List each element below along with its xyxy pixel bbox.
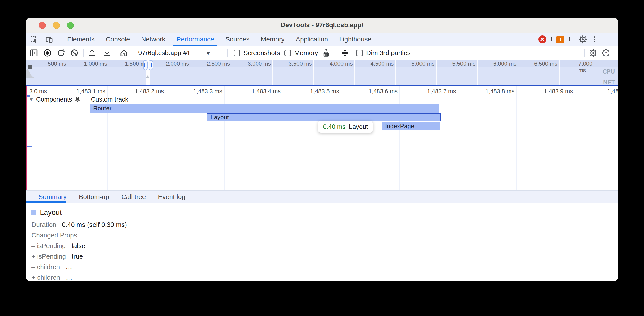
upload-profile-icon[interactable] [87, 48, 97, 58]
collapse-triangle-icon[interactable]: ▼ [29, 97, 34, 103]
summary-pane: Layout Duration0.40 ms (self 0.30 ms)Cha… [26, 203, 618, 281]
history-select[interactable]: 97r6ql.csb.app #1 ▼ [138, 49, 211, 57]
summary-row-value: false [71, 242, 85, 250]
ruler-tick-label: 1,483.6 ms [368, 88, 398, 95]
selection-right-handle[interactable] [148, 60, 153, 70]
overview-gridline [600, 60, 600, 85]
error-count: 1 [550, 36, 553, 43]
memory-label: Memory [294, 49, 318, 57]
home-icon[interactable] [119, 48, 128, 58]
badges-divider [574, 35, 575, 43]
tab-elements[interactable]: Elements [62, 33, 100, 46]
ruler-gridline [341, 86, 342, 190]
overview-tick-label: 2,500 ms [207, 60, 230, 67]
device-toolbar-icon[interactable] [44, 35, 54, 44]
track-mini-bar [28, 146, 32, 147]
net-lane-label: NET [603, 79, 615, 86]
ruler-tick-label: 1,483.3 ms [193, 88, 222, 95]
main-tabs: ElementsConsoleNetworkPerformanceSources… [62, 33, 377, 46]
summary-row-label: – children [32, 263, 60, 271]
toolbar-divider [336, 49, 336, 57]
ruler-tick-label: 1,483.9 ms [544, 88, 573, 95]
details-tabs: SummaryBottom-upCall treeEvent log [26, 191, 618, 203]
flame-tooltip: 0.40 ms Layout [318, 121, 373, 133]
dim-3rd-parties-label: Dim 3rd parties [366, 49, 411, 57]
ruler-gridline [575, 86, 575, 190]
custom-track-header[interactable]: ▼ Components — Custom track [29, 96, 128, 103]
overview-gridline [436, 60, 437, 85]
overview-tick-label: 6,000 ms [493, 60, 516, 67]
overview-tick-label: 4,500 ms [370, 60, 394, 67]
more-options-kebab-icon[interactable] [590, 35, 598, 43]
toolbar-divider [134, 49, 134, 57]
help-icon[interactable]: ? [601, 48, 611, 58]
titlebar: DevTools - 97r6ql.csb.app/ [26, 17, 618, 33]
summary-row-value: … [66, 263, 72, 271]
settings-gear-icon[interactable] [578, 35, 587, 44]
tooltip-duration: 0.40 ms [323, 123, 346, 131]
selection-left-handle[interactable] [143, 60, 148, 70]
devtools-tabbar: ElementsConsoleNetworkPerformanceSources… [26, 33, 618, 46]
reload-record-icon[interactable] [56, 48, 66, 58]
summary-row-value: 0.40 ms (self 0.30 ms) [62, 221, 127, 229]
overview-tick-label: 5,000 ms [412, 60, 435, 67]
inspect-element-icon[interactable] [30, 35, 38, 44]
flame-bar-layout[interactable]: Layout [207, 113, 440, 121]
compress-arrows-icon[interactable] [340, 48, 350, 58]
overview-gridline [109, 60, 109, 85]
tab-memory[interactable]: Memory [255, 33, 290, 46]
flame-bar-router[interactable]: Router [90, 104, 439, 112]
toggle-panel-icon[interactable] [29, 48, 38, 58]
summary-row-label: + children [32, 274, 60, 281]
overview-gridline [190, 60, 191, 85]
details-tabbar: SummaryBottom-upCall treeEvent log [26, 190, 618, 203]
overview-tick-label: 3,000 ms [248, 60, 271, 67]
collect-garbage-icon[interactable] [321, 48, 330, 58]
overview-tick-label: 500 ms [48, 60, 66, 67]
summary-row: + children… [32, 274, 72, 281]
ruler-gridline [282, 86, 283, 190]
tab-event-log[interactable]: Event log [152, 191, 192, 203]
tab-performance[interactable]: Performance [171, 33, 220, 46]
overview-gridline [395, 60, 396, 85]
overview-tick-label: 6,500 ms [534, 60, 558, 67]
download-profile-icon[interactable] [102, 48, 112, 58]
navigation-marker-line [26, 86, 27, 190]
tab-application[interactable]: Application [290, 33, 334, 46]
ruler-gridline [166, 86, 166, 190]
tab-call-tree[interactable]: Call tree [115, 191, 152, 203]
overview-gridline [559, 60, 560, 85]
overview-gridline [354, 60, 355, 85]
dim-3rd-parties-checkbox[interactable] [356, 50, 363, 56]
tabbar-divider [59, 36, 59, 44]
chevron-down-icon: ▼ [205, 49, 211, 57]
toolbar-divider [83, 49, 84, 57]
overview-gridline [232, 60, 232, 85]
tab-bottom-up[interactable]: Bottom-up [73, 191, 115, 203]
summary-row-label: Changed Props [32, 232, 77, 239]
clear-icon[interactable] [70, 48, 79, 58]
overview-gridline [477, 60, 478, 85]
record-icon[interactable] [43, 48, 52, 58]
status-badges: ✕ 1 ! 1 [538, 33, 598, 46]
ruler-tick-label: 1,483.1 ms [76, 88, 106, 95]
timeline-overview[interactable]: 500 ms1,000 ms1,500 ms2,000 ms2,500 ms3,… [26, 60, 618, 85]
track-suffix: — Custom track [83, 96, 128, 103]
summary-row-label: – isPending [32, 242, 66, 250]
warning-count-icon[interactable]: ! [556, 36, 564, 43]
flame-bar-indexpage[interactable]: IndexPage [382, 122, 440, 130]
overview-gridline [313, 60, 314, 85]
capture-settings-gear-icon[interactable] [588, 48, 598, 58]
screenshots-checkbox[interactable] [234, 50, 240, 56]
devtools-window: DevTools - 97r6ql.csb.app/ ElementsConso… [26, 17, 618, 281]
tab-lighthouse[interactable]: Lighthouse [334, 33, 377, 46]
memory-checkbox[interactable] [284, 50, 291, 56]
tab-network[interactable]: Network [136, 33, 171, 46]
flame-chart[interactable]: 3.0 ms1,483.1 ms1,483.2 ms1,483.3 ms1,48… [26, 86, 618, 190]
tooltip-label: Layout [349, 123, 368, 131]
summary-row: + isPendingtrue [32, 253, 83, 260]
tab-sources[interactable]: Sources [220, 33, 255, 46]
ruler-tick-label: 1,483.4 ms [252, 88, 281, 95]
error-count-icon[interactable]: ✕ [538, 35, 546, 43]
tab-console[interactable]: Console [100, 33, 136, 46]
